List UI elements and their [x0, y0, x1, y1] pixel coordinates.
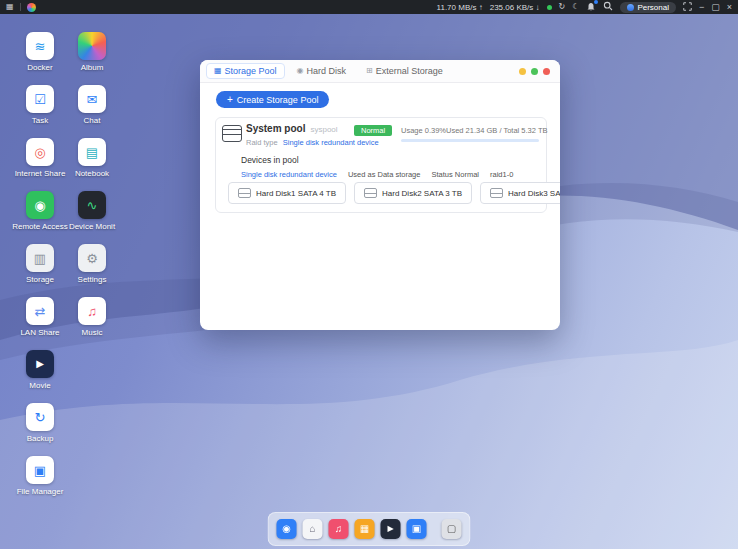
disk-icon — [490, 188, 503, 198]
os-logo-icon[interactable] — [27, 3, 36, 12]
maximize-button[interactable]: ▢ — [711, 3, 720, 12]
pool-code: syspool — [310, 125, 337, 134]
dock-app-remote[interactable]: ◉ — [277, 519, 297, 539]
plus-icon: + — [227, 95, 233, 105]
desktop-icon-label: Chat — [84, 116, 101, 125]
pool-status-badge: Normal — [354, 125, 392, 136]
internet-share-icon: ◎ — [26, 138, 54, 166]
desktop-icon-backup[interactable]: ↻ Backup — [12, 403, 68, 443]
meta-raid-id: raid1-0 — [490, 170, 513, 179]
upload-speed: 11.70 MB/s ↑ — [437, 3, 483, 12]
dock-window-preview[interactable]: ▢ — [442, 519, 462, 539]
disk-icon — [364, 188, 377, 198]
disk-chip-1[interactable]: Hard Disk1 SATA 4 TB — [228, 182, 346, 204]
window-minimize-light[interactable] — [519, 68, 526, 75]
fullscreen-button[interactable] — [683, 2, 692, 13]
desktop-icon-movie[interactable]: ▶ Movie — [12, 350, 68, 390]
desktop-icon-docker[interactable]: ≋ Docker — [12, 32, 68, 72]
backup-icon: ↻ — [26, 403, 54, 431]
search-button[interactable] — [603, 1, 613, 13]
devices-in-pool-title: Devices in pool — [241, 155, 299, 165]
desktop-icon-device-monitor[interactable]: ∿ Device Monit — [64, 191, 120, 231]
launcher-icon[interactable]: ▦ — [6, 3, 14, 11]
tab-external-storage[interactable]: ⊞ External Storage — [358, 63, 451, 79]
pool-drive-icon — [222, 125, 242, 142]
dock-app-home[interactable]: ⌂ — [303, 519, 323, 539]
user-avatar — [627, 4, 634, 11]
online-status-dot — [547, 5, 552, 10]
desktop-icon-label: Backup — [27, 434, 54, 443]
user-menu-label: Personal — [637, 3, 669, 12]
meta-raid-mode[interactable]: Single disk redundant device — [241, 170, 337, 179]
hard-disk-tab-icon: ◉ — [297, 67, 304, 75]
user-menu-button[interactable]: Personal — [620, 2, 676, 13]
desktop-icon-notebook[interactable]: ▤ Notebook — [64, 138, 120, 178]
download-speed: 235.06 KB/s ↓ — [490, 3, 540, 12]
storage-icon: ▥ — [26, 244, 54, 272]
night-mode-icon[interactable]: ☾ — [572, 3, 579, 11]
desktop-icon-music[interactable]: ♫ Music — [64, 297, 120, 337]
window-close-light[interactable] — [543, 68, 550, 75]
remote-access-icon: ◉ — [26, 191, 54, 219]
desktop-icon-remote-access[interactable]: ◉ Remote Access — [12, 191, 68, 231]
dock-app-toolbox[interactable]: ▦ — [355, 519, 375, 539]
capacity-label: Used 21.34 GB / Total 5.32 TB — [446, 126, 547, 135]
top-bar-left: ▦ — [6, 3, 36, 12]
dock-app-files[interactable]: ▣ — [407, 519, 427, 539]
disk-chip-label: Hard Disk1 SATA 4 TB — [256, 189, 336, 198]
desktop-icon-lan-share[interactable]: ⇄ LAN Share — [12, 297, 68, 337]
desktop-screen: ▦ 11.70 MB/s ↑ 235.06 KB/s ↓ ↻ ☾ — [0, 0, 738, 549]
notification-badge — [594, 0, 598, 4]
minimize-button[interactable]: − — [699, 3, 704, 12]
fullscreen-icon — [683, 2, 692, 11]
disk-chips-row: Hard Disk1 SATA 4 TB Hard Disk2 SATA 3 T… — [228, 182, 560, 204]
desktop-icon-internet-share[interactable]: ◎ Internet Share — [12, 138, 68, 178]
close-button[interactable]: × — [727, 3, 732, 12]
desktop-icon-chat[interactable]: ✉ Chat — [64, 85, 120, 125]
disk-chip-2[interactable]: Hard Disk2 SATA 3 TB — [354, 182, 472, 204]
desktop-icon-label: Remote Access — [12, 222, 68, 231]
window-header: ▦ Storage Pool ◉ Hard Disk ⊞ External St… — [200, 60, 560, 83]
storage-pool-tab-icon: ▦ — [214, 67, 222, 75]
create-storage-pool-button[interactable]: + Create Storage Pool — [216, 91, 329, 108]
desktop-icon-task[interactable]: ☑ Task — [12, 85, 68, 125]
update-icon[interactable]: ↻ — [559, 3, 566, 11]
notifications-button[interactable] — [586, 2, 596, 12]
usage-line: Usage 0.39% Used 21.34 GB / Total 5.32 T… — [401, 126, 539, 135]
tab-hard-disk[interactable]: ◉ Hard Disk — [289, 63, 355, 79]
window-zoom-light[interactable] — [531, 68, 538, 75]
device-monitor-icon: ∿ — [78, 191, 106, 219]
desktop-icon-file-manager[interactable]: ▣ File Manager — [12, 456, 68, 496]
storage-window: ▦ Storage Pool ◉ Hard Disk ⊞ External St… — [200, 60, 560, 330]
dock-app-music[interactable]: ♫ — [329, 519, 349, 539]
dock-app-movie[interactable]: ▶ — [381, 519, 401, 539]
meta-status: Status Normal — [431, 170, 479, 179]
usage-label: Usage 0.39% — [401, 126, 446, 135]
top-bar-right: 11.70 MB/s ↑ 235.06 KB/s ↓ ↻ ☾ Personal — [437, 1, 732, 13]
desktop-icon-label: Device Monit — [69, 222, 115, 231]
desktop-icon-label: Movie — [29, 381, 50, 390]
desktop-icon-settings[interactable]: ⚙ Settings — [64, 244, 120, 284]
tab-label: Hard Disk — [307, 66, 347, 76]
desktop-icon-label: Music — [82, 328, 103, 337]
task-icon: ☑ — [26, 85, 54, 113]
raid-type-value[interactable]: Single disk redundant device — [283, 138, 379, 147]
desktop-icon-storage[interactable]: ▥ Storage — [12, 244, 68, 284]
desktop-icon-label: File Manager — [17, 487, 64, 496]
desktop-icon-label: Notebook — [75, 169, 109, 178]
disk-chip-3[interactable]: Hard Disk3 SATA 3 TB — [480, 182, 560, 204]
pool-raid-line: Raid type Single disk redundant device — [246, 138, 379, 147]
meta-used-as: Used as Data storage — [348, 170, 421, 179]
desktop-icon-label: Settings — [78, 275, 107, 284]
pool-title: System pool — [246, 123, 305, 134]
desktop-icon-label: Storage — [26, 275, 54, 284]
disk-icon — [238, 188, 251, 198]
search-icon — [603, 1, 613, 11]
movie-icon: ▶ — [26, 350, 54, 378]
tab-storage-pool[interactable]: ▦ Storage Pool — [206, 63, 285, 79]
desktop-icon-album[interactable]: Album — [64, 32, 120, 72]
disk-chip-label: Hard Disk2 SATA 3 TB — [382, 189, 462, 198]
desktop-icon-label: LAN Share — [20, 328, 59, 337]
external-storage-tab-icon: ⊞ — [366, 67, 373, 75]
album-icon — [78, 32, 106, 60]
